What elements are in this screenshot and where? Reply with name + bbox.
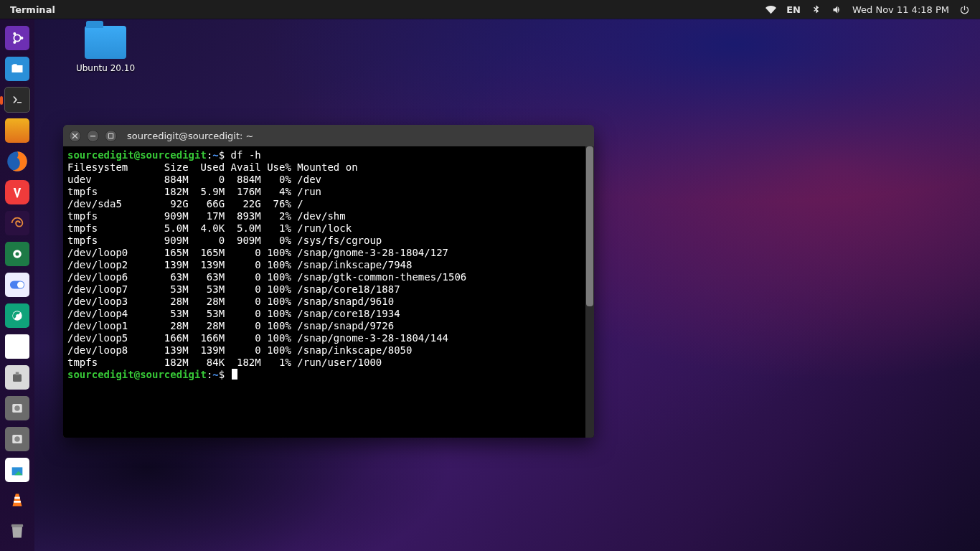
svg-point-0: [14, 35, 20, 42]
dock-disk-a[interactable]: [3, 394, 32, 422]
desktop-folder[interactable]: Ubuntu 20.10: [66, 26, 145, 73]
system-tray: EN Wed Nov 11 4:18 PM: [765, 4, 980, 15]
active-app-label[interactable]: Terminal: [0, 4, 65, 15]
terminal-scrollbar[interactable]: [585, 146, 594, 438]
dock-colors[interactable]: [3, 117, 32, 145]
terminal-line: /dev/sda5 92G 66G 22G 76% /: [67, 198, 590, 210]
svg-point-1: [20, 37, 23, 39]
terminal-line: sourcedigit@sourcedigit:~$: [67, 369, 590, 381]
terminal-line: tmpfs 909M 0 909M 0% /sys/fs/cgroup: [67, 235, 590, 247]
top-bar: Terminal EN Wed Nov 11 4:18 PM: [0, 0, 980, 19]
terminal-line: sourcedigit@sourcedigit:~$ df -h: [67, 149, 590, 161]
terminal-window[interactable]: sourcedigit@sourcedigit: ~ sourcedigit@s…: [63, 125, 594, 438]
svg-rect-19: [90, 136, 95, 136]
terminal-line: /dev/loop3 28M 28M 0 100% /snap/snapd/96…: [67, 296, 590, 308]
terminal-line: /dev/loop1 28M 28M 0 100% /snap/snapd/97…: [67, 320, 590, 332]
svg-point-6: [16, 253, 19, 256]
svg-rect-10: [13, 374, 22, 382]
terminal-line: /dev/loop7 53M 53M 0 100% /snap/core18/1…: [67, 283, 590, 296]
dock-files[interactable]: [3, 55, 32, 83]
terminal-line: Filesystem Size Used Avail Use% Mounted …: [67, 161, 590, 174]
dock-toggle[interactable]: [3, 271, 32, 299]
window-titlebar[interactable]: sourcedigit@sourcedigit: ~: [63, 125, 594, 146]
terminal-line: /dev/loop8 139M 139M 0 100% /snap/inksca…: [67, 344, 590, 357]
terminal-line: /dev/loop2 139M 139M 0 100% /snap/inksca…: [67, 259, 590, 271]
window-maximize-button[interactable]: [105, 130, 117, 142]
svg-point-13: [14, 405, 20, 411]
dock-vlc[interactable]: [3, 486, 32, 514]
dock-software[interactable]: [3, 456, 32, 484]
window-minimize-button[interactable]: [87, 130, 99, 142]
terminal-line: /dev/loop4 53M 53M 0 100% /snap/core18/1…: [67, 308, 590, 320]
svg-rect-20: [108, 133, 113, 138]
dock-notes[interactable]: [3, 332, 32, 360]
terminal-body[interactable]: sourcedigit@sourcedigit:~$ df -hFilesyst…: [63, 146, 594, 438]
dock-archive[interactable]: [3, 363, 32, 391]
volume-icon[interactable]: [831, 4, 842, 15]
power-icon[interactable]: [959, 4, 970, 15]
terminal-line: udev 884M 0 884M 0% /dev: [67, 174, 590, 186]
svg-point-3: [13, 41, 16, 44]
wifi-icon[interactable]: [765, 4, 776, 15]
svg-point-2: [13, 32, 16, 35]
language-indicator[interactable]: EN: [786, 4, 801, 15]
svg-rect-11: [16, 372, 19, 375]
dock-vivaldi[interactable]: [3, 179, 32, 207]
dock-tweaks[interactable]: [3, 301, 32, 329]
dock-terminal[interactable]: [3, 86, 32, 114]
bluetooth-icon[interactable]: [811, 4, 821, 15]
svg-point-15: [14, 436, 20, 442]
terminal-line: /dev/loop0 165M 165M 0 100% /snap/gnome-…: [67, 247, 590, 259]
terminal-line: tmpfs 182M 5.9M 176M 4% /run: [67, 186, 590, 198]
terminal-line: tmpfs 5.0M 4.0K 5.0M 1% /run/lock: [67, 222, 590, 235]
terminal-line: /dev/loop6 63M 63M 0 100% /snap/gtk-comm…: [67, 271, 590, 283]
svg-rect-16: [14, 496, 20, 499]
desktop-folder-label: Ubuntu 20.10: [66, 63, 145, 73]
window-close-button[interactable]: [69, 130, 81, 142]
clock[interactable]: Wed Nov 11 4:18 PM: [852, 4, 949, 15]
dock-ubuntu-logo[interactable]: [3, 24, 32, 52]
terminal-line: tmpfs 182M 84K 182M 1% /run/user/1000: [67, 357, 590, 369]
dock-trash[interactable]: [3, 516, 32, 544]
terminal-line: tmpfs 909M 17M 893M 2% /dev/shm: [67, 210, 590, 222]
dock-swirl[interactable]: [3, 209, 32, 237]
dock-disk-b[interactable]: [3, 425, 32, 453]
window-title: sourcedigit@sourcedigit: ~: [127, 131, 253, 141]
svg-point-8: [17, 281, 24, 288]
svg-rect-18: [11, 524, 23, 527]
dock-firefox[interactable]: [3, 148, 32, 176]
folder-icon: [85, 26, 126, 59]
dock: [0, 19, 34, 551]
dock-screenshot[interactable]: [3, 240, 32, 268]
svg-rect-17: [14, 501, 21, 503]
terminal-line: /dev/loop5 166M 166M 0 100% /snap/gnome-…: [67, 332, 590, 344]
